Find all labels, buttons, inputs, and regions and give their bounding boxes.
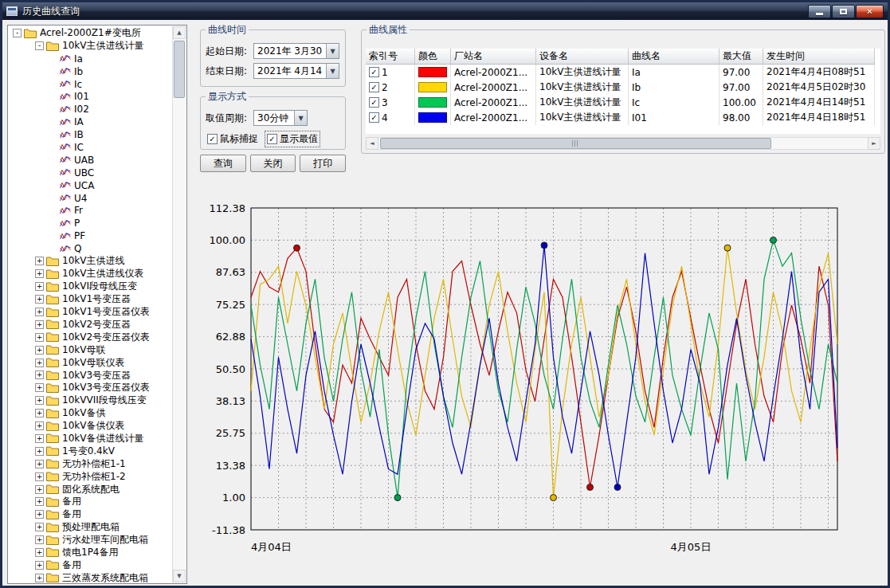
tree-folder[interactable]: +10kV2号变压器仪表 bbox=[9, 331, 172, 343]
expand-icon[interactable]: + bbox=[35, 447, 44, 456]
tree-folder[interactable]: +10kV1号变压器 bbox=[9, 293, 172, 306]
close-button[interactable]: 关闭 bbox=[250, 155, 296, 172]
start-date-select[interactable]: 2021年 3月30 ▼ bbox=[253, 43, 339, 59]
expand-icon[interactable]: + bbox=[35, 359, 44, 367]
expand-icon[interactable]: + bbox=[35, 257, 44, 265]
chevron-down-icon[interactable]: ▼ bbox=[326, 44, 339, 58]
scroll-down-icon[interactable]: ▼ bbox=[173, 570, 186, 582]
tree-folder[interactable]: +备用 bbox=[9, 508, 172, 521]
query-button[interactable]: 查询 bbox=[200, 155, 246, 172]
tree-folder[interactable]: +10kV备供进线计量 bbox=[9, 433, 172, 445]
expand-icon[interactable]: + bbox=[35, 269, 44, 278]
tree-curve-item[interactable]: U4 bbox=[9, 192, 172, 205]
tree-curve-item[interactable]: P bbox=[9, 217, 172, 229]
expand-icon[interactable]: + bbox=[35, 396, 44, 405]
tree-folder[interactable]: +1号变0.4kV bbox=[9, 445, 172, 457]
tree-folder[interactable]: +馈电1P4备用 bbox=[9, 547, 172, 559]
tree-folder[interactable]: +三效蒸发系统配电箱 bbox=[9, 571, 172, 582]
row-checkbox[interactable]: ✓ bbox=[369, 82, 379, 92]
expand-icon[interactable]: + bbox=[35, 308, 44, 316]
tree-curve-item[interactable]: I01 bbox=[9, 90, 172, 103]
tree-folder[interactable]: +10kV3号变压器仪表 bbox=[9, 382, 172, 394]
curve-table-row[interactable]: ✓4Acrel-2000Z1...10kV主供进线计量I0198.002021年… bbox=[366, 110, 880, 125]
chevron-down-icon[interactable]: ▼ bbox=[326, 64, 339, 78]
tree-scrollbar-thumb[interactable] bbox=[174, 41, 185, 98]
chevron-down-icon[interactable]: ▼ bbox=[294, 111, 307, 125]
collapse-icon[interactable]: - bbox=[35, 41, 44, 50]
scroll-left-icon[interactable]: ◄ bbox=[366, 137, 378, 150]
row-checkbox[interactable]: ✓ bbox=[369, 112, 379, 123]
curve-table-row[interactable]: ✓1Acrel-2000Z1...10kV主供进线计量Ia97.002021年4… bbox=[366, 65, 880, 80]
expand-icon[interactable]: + bbox=[35, 333, 44, 342]
mouse-capture-checkbox[interactable]: ✓ 鼠标捕捉 bbox=[206, 131, 260, 147]
tree-folder[interactable]: +无功补偿柜1-2 bbox=[9, 470, 172, 483]
expand-icon[interactable]: + bbox=[35, 409, 44, 417]
table-scrollbar-track[interactable] bbox=[378, 137, 868, 150]
collapse-icon[interactable]: - bbox=[13, 29, 22, 37]
expand-icon[interactable]: + bbox=[35, 421, 44, 430]
tree-curve-item[interactable]: Fr bbox=[9, 204, 172, 217]
end-date-select[interactable]: 2021年 4月14 ▼ bbox=[253, 63, 339, 79]
expand-icon[interactable]: + bbox=[35, 472, 44, 481]
expand-icon[interactable]: + bbox=[35, 485, 44, 494]
tree-folder[interactable]: +10kVVII段母线压变 bbox=[9, 394, 172, 407]
expand-icon[interactable]: + bbox=[35, 282, 44, 291]
titlebar[interactable]: 历史曲线查询 ✕ bbox=[2, 2, 888, 20]
column-header[interactable]: 厂站名 bbox=[451, 49, 536, 65]
tree-scrollbar-track[interactable] bbox=[173, 39, 186, 570]
expand-icon[interactable]: + bbox=[35, 370, 44, 379]
tree-folder[interactable]: +10kV2号变压器 bbox=[9, 318, 172, 331]
tree-folder[interactable]: +污水处理车间配电箱 bbox=[9, 534, 172, 547]
tree-curve-item[interactable]: PF bbox=[9, 229, 172, 242]
column-header[interactable]: 最大值 bbox=[719, 49, 763, 65]
tree-root[interactable]: -Acrel-2000Z1#变电所 bbox=[9, 27, 172, 40]
scroll-right-icon[interactable]: ► bbox=[868, 137, 880, 150]
tree-folder[interactable]: +10kV1号变压器仪表 bbox=[9, 306, 172, 319]
tree-curve-item[interactable]: IB bbox=[9, 128, 172, 141]
expand-icon[interactable]: + bbox=[35, 383, 44, 392]
tree-folder[interactable]: +10kV主供进线仪表 bbox=[9, 268, 172, 280]
tree-folder-expanded[interactable]: -10kV主供进线计量 bbox=[9, 40, 172, 53]
column-header[interactable]: 设备名 bbox=[536, 49, 629, 65]
tree-folder[interactable]: +固化系统配电 bbox=[9, 483, 172, 496]
curve-table-row[interactable]: ✓3Acrel-2000Z1...10kV主供进线计量Ic100.002021年… bbox=[366, 95, 880, 110]
tree-folder[interactable]: +10kVI段母线压变 bbox=[9, 280, 172, 293]
tree-folder[interactable]: +10kV备供仪表 bbox=[9, 420, 172, 433]
tree-folder[interactable]: +备用 bbox=[9, 496, 172, 508]
expand-icon[interactable]: + bbox=[35, 434, 44, 443]
column-header[interactable]: 发生时间 bbox=[763, 49, 875, 65]
tree-curve-item[interactable]: Ic bbox=[9, 78, 172, 91]
tree-curve-item[interactable]: IC bbox=[9, 141, 172, 154]
tree-folder[interactable]: +10kV母联 bbox=[9, 343, 172, 356]
expand-icon[interactable]: + bbox=[35, 510, 44, 519]
show-extremes-checkbox[interactable]: ✓ 显示最值 bbox=[265, 131, 320, 147]
tree-curve-item[interactable]: UCA bbox=[9, 179, 172, 192]
column-header[interactable]: 索引号 bbox=[366, 49, 415, 65]
tree-curve-item[interactable]: Ia bbox=[9, 53, 172, 65]
expand-icon[interactable]: + bbox=[35, 460, 44, 468]
tree-curve-item[interactable]: UAB bbox=[9, 154, 172, 167]
tree-curve-item[interactable]: I02 bbox=[9, 103, 172, 116]
tree-folder[interactable]: +10kV3号变压器 bbox=[9, 369, 172, 382]
expand-icon[interactable]: + bbox=[35, 535, 44, 544]
expand-icon[interactable]: + bbox=[35, 561, 44, 570]
column-header[interactable]: 曲线名 bbox=[629, 49, 719, 65]
expand-icon[interactable]: + bbox=[35, 548, 44, 557]
tree-folder[interactable]: +备用 bbox=[9, 559, 172, 571]
scroll-up-icon[interactable]: ▲ bbox=[173, 26, 186, 39]
expand-icon[interactable]: + bbox=[35, 320, 44, 329]
tree-curve-item[interactable]: Q bbox=[9, 242, 172, 255]
close-window-button[interactable]: ✕ bbox=[856, 5, 884, 18]
tree-folder[interactable]: +无功补偿柜1-1 bbox=[9, 457, 172, 470]
expand-icon[interactable]: + bbox=[35, 346, 44, 355]
tree-curve-item[interactable]: Ib bbox=[9, 65, 172, 78]
period-select[interactable]: 30分钟 ▼ bbox=[253, 110, 308, 126]
row-checkbox[interactable]: ✓ bbox=[369, 67, 379, 77]
tree-scrollbar[interactable]: ▲ ▼ bbox=[172, 26, 186, 582]
row-checkbox[interactable]: ✓ bbox=[369, 97, 379, 108]
minimize-button[interactable] bbox=[808, 5, 831, 18]
maximize-button[interactable] bbox=[832, 5, 855, 18]
column-header[interactable]: 颜色 bbox=[415, 49, 451, 65]
curve-table-row[interactable]: ✓2Acrel-2000Z1...10kV主供进线计量Ib97.002021年4… bbox=[366, 80, 880, 95]
expand-icon[interactable]: + bbox=[35, 574, 44, 582]
